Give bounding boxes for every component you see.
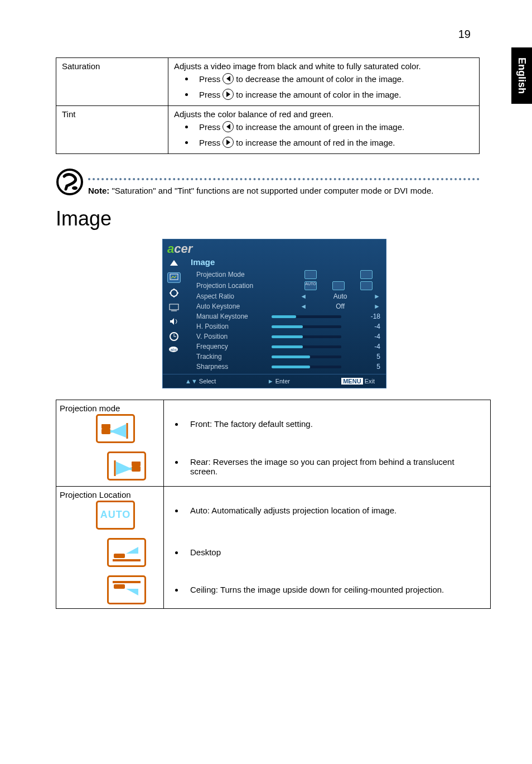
svg-rect-17 xyxy=(114,584,125,589)
press-text: Press xyxy=(199,138,220,147)
saturation-desc: Adjusts a video image from black and whi… xyxy=(174,61,473,71)
svg-rect-12 xyxy=(132,462,141,466)
svg-point-13 xyxy=(129,467,132,470)
osd-key: Tracking xyxy=(191,353,266,361)
desktop-location-text: Desktop xyxy=(190,547,221,557)
left-arrow-icon xyxy=(223,73,234,84)
svg-rect-16 xyxy=(113,581,141,583)
bullet-icon xyxy=(175,551,178,554)
dashed-divider xyxy=(88,178,480,180)
svg-point-1 xyxy=(72,186,78,190)
osd-key: Frequency xyxy=(191,343,266,350)
projection-mode-label: Projection mode xyxy=(60,403,160,413)
ceiling-mini-icon xyxy=(360,281,373,290)
svg-rect-2 xyxy=(170,274,178,280)
note-label: Note: xyxy=(88,186,109,195)
tint-green-text: to increase the amount of green in the i… xyxy=(236,122,404,132)
tint-red-text: to increase the amount of red in the ima… xyxy=(236,138,395,147)
press-text: Press xyxy=(199,90,220,99)
desktop-mini-icon xyxy=(332,281,345,290)
saturation-label: Saturation xyxy=(62,61,162,71)
bullet-icon xyxy=(185,93,188,96)
svg-rect-4 xyxy=(170,304,178,310)
rear-projection-icon xyxy=(107,451,146,480)
bullet-icon xyxy=(185,141,188,144)
settings-table-1: Saturation Adjusts a video image from bl… xyxy=(56,57,480,154)
saturation-decrease-line: Press to decrease the amount of color in… xyxy=(174,71,473,87)
osd-key: V. Position xyxy=(191,333,266,340)
saturation-decrease-text: to decrease the amount of color in the i… xyxy=(236,74,404,84)
bullet-icon xyxy=(185,78,188,80)
osd-num: 5 xyxy=(364,363,380,371)
ceiling-location-icon xyxy=(107,575,146,604)
image-tab-icon xyxy=(167,272,181,283)
press-text: Press xyxy=(199,122,220,132)
acer-logo: acer xyxy=(163,239,386,256)
bullet-icon xyxy=(185,126,188,128)
bullet-icon xyxy=(175,461,178,464)
osd-footer: ▲▼ Select ► Enter MENU Exit xyxy=(163,374,386,386)
svg-rect-8 xyxy=(101,429,110,434)
proj-mode-icon xyxy=(304,270,317,279)
management-tab-icon xyxy=(169,288,179,298)
auto-icon-text: AUTO xyxy=(100,509,131,521)
osd-val: Auto xyxy=(307,292,374,300)
osd-key: Sharpness xyxy=(191,363,266,371)
front-projection-icon xyxy=(96,414,135,443)
svg-rect-15 xyxy=(113,559,141,561)
page-number: 19 xyxy=(56,28,493,41)
proj-mode-icon xyxy=(360,270,373,279)
saturation-increase-text: to increase the amount of color in the i… xyxy=(236,90,401,99)
left-arrow-icon xyxy=(223,121,234,132)
osd-title: Image xyxy=(185,256,386,269)
timer-tab-icon xyxy=(169,331,179,341)
svg-point-3 xyxy=(171,290,177,296)
osd-key: H. Position xyxy=(191,323,266,330)
svg-rect-9 xyxy=(101,424,110,429)
svg-text:abc: abc xyxy=(171,348,177,352)
osd-num: -4 xyxy=(364,343,380,350)
tint-desc: Adjusts the color balance of red and gre… xyxy=(174,109,473,119)
auto-location-icon: AUTO xyxy=(96,501,135,530)
front-projection-text: Front: The factory default setting. xyxy=(190,419,313,429)
section-title: Image xyxy=(56,207,493,230)
osd-num: 5 xyxy=(364,353,380,361)
auto-location-text: Auto: Automatically adjusts projection l… xyxy=(190,506,396,515)
note-icon xyxy=(56,168,84,196)
ceiling-location-text: Ceiling: Turns the image upside down for… xyxy=(190,585,444,594)
right-arrow-icon xyxy=(223,89,234,100)
bullet-icon xyxy=(175,589,178,592)
right-arrow-icon xyxy=(223,137,234,148)
saturation-increase-line: Press to increase the amount of color in… xyxy=(174,87,473,102)
display-tab-icon xyxy=(168,303,180,312)
color-tab-icon xyxy=(168,258,180,267)
auto-mini-icon: AUTO xyxy=(304,281,317,290)
note-text: Note: "Saturation" and "Tint" functions … xyxy=(88,186,480,195)
svg-point-10 xyxy=(110,430,113,433)
bullet-icon xyxy=(175,423,178,426)
language-tab: English xyxy=(511,47,532,104)
rear-projection-text: Rear: Reverses the image so you can proj… xyxy=(190,457,481,476)
osd-num: -4 xyxy=(364,323,380,330)
osd-key: Auto Keystone xyxy=(191,302,300,310)
osd-num: -4 xyxy=(364,333,380,340)
bullet-icon xyxy=(175,510,178,512)
tint-green-line: Press to increase the amount of green in… xyxy=(174,119,473,134)
svg-rect-14 xyxy=(114,554,125,558)
osd-key: Aspect Ratio xyxy=(191,292,300,300)
svg-rect-11 xyxy=(132,466,141,472)
language-tab-icon: abc xyxy=(168,346,180,354)
osd-num: -18 xyxy=(364,313,380,320)
note-block: Note: "Saturation" and "Tint" functions … xyxy=(56,168,480,196)
osd-key: Manual Keystone xyxy=(191,313,266,320)
osd-screenshot: acer abc Image Projection Mode xyxy=(162,239,386,388)
audio-tab-icon xyxy=(169,317,179,326)
osd-key: Projection Location xyxy=(191,282,297,290)
press-text: Press xyxy=(199,74,220,84)
note-body-text: "Saturation" and "Tint" functions are no… xyxy=(109,186,433,195)
desktop-location-icon xyxy=(107,538,146,567)
tint-label: Tint xyxy=(62,109,162,119)
tint-red-line: Press to increase the amount of red in t… xyxy=(174,134,473,150)
projection-location-label: Projection Location xyxy=(60,490,160,499)
projection-table: Projection mode Front: The factory defau… xyxy=(56,400,491,609)
